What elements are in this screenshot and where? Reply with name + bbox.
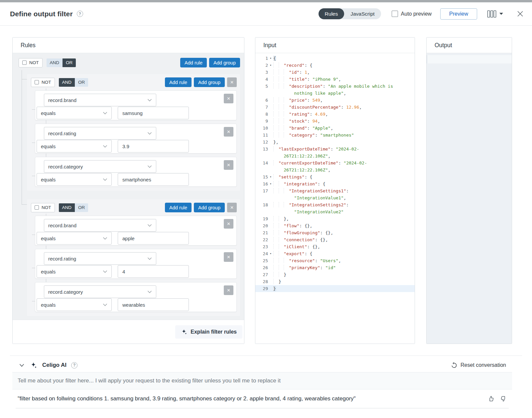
code-line[interactable]: 16▾"integration": { <box>255 180 415 187</box>
rule-operator-select[interactable]: equals <box>37 107 112 119</box>
line-gutter: 11 <box>255 132 273 139</box>
help-icon[interactable]: ? <box>77 11 83 17</box>
or-option[interactable]: OR <box>75 78 88 87</box>
code-line[interactable]: 23"iClient": {}, <box>255 243 415 250</box>
add-rule-button[interactable]: Add rule <box>165 77 192 87</box>
rule-field-select[interactable]: record.rating <box>44 252 156 265</box>
code-line[interactable]: 1▾{ <box>255 55 415 62</box>
rule-field-select[interactable]: record.brand <box>44 94 156 106</box>
toggle-javascript-option[interactable]: JavaScript <box>344 8 381 19</box>
chevron-down-icon <box>103 303 107 306</box>
preview-button[interactable]: Preview <box>440 8 477 20</box>
code-line[interactable]: 17"IntegrationSettings1": "IntegrationVa… <box>255 187 415 201</box>
remove-rule-button[interactable]: × <box>224 219 233 229</box>
reset-conversation-button[interactable]: Reset conversation <box>451 362 506 368</box>
code-line[interactable]: 5"description": "An apple mobile which i… <box>255 83 415 97</box>
rule-field-select[interactable]: record.rating <box>44 127 156 140</box>
add-group-button[interactable]: Add group <box>194 77 225 87</box>
code-line[interactable]: 7"discountPercentage": 12.96, <box>255 104 415 111</box>
remove-rule-button[interactable]: × <box>224 127 233 137</box>
remove-rule-button[interactable]: × <box>224 94 233 103</box>
remove-group-button[interactable]: × <box>227 77 237 87</box>
checkbox-icon <box>35 80 39 84</box>
not-checkbox[interactable]: NOT <box>31 78 55 87</box>
help-icon[interactable]: ? <box>71 362 77 368</box>
layout-columns-menu[interactable] <box>487 10 503 18</box>
rule-value-input[interactable]: apple <box>118 232 189 245</box>
code-line[interactable]: 22"connection": {}, <box>255 236 415 243</box>
group-header: NOTANDORAdd ruleAdd group× <box>31 203 237 212</box>
input-code-editor[interactable]: 1▾{2▾"record": {3"id": 1,4"title": "iPho… <box>255 53 415 344</box>
toggle-rules-option[interactable]: Rules <box>319 8 344 19</box>
dialog-header: Define output filter ? Rules JavaScript … <box>0 2 532 26</box>
rule-value-input[interactable]: smartphones <box>118 173 189 186</box>
and-option[interactable]: AND <box>59 203 75 212</box>
rule-value-input[interactable]: samsung <box>118 107 189 119</box>
code-line[interactable]: 29} <box>255 285 415 292</box>
rule-operator-select[interactable]: equals <box>37 298 112 311</box>
code-line[interactable]: 26"primaryKey": "id" <box>255 264 415 271</box>
add-rule-button[interactable]: Add rule <box>165 203 192 212</box>
fold-arrow-icon[interactable]: ▾ <box>268 180 273 187</box>
ai-prompt-input[interactable] <box>12 372 512 389</box>
code-line[interactable]: 12}, <box>255 139 415 146</box>
fold-arrow-icon[interactable]: ▾ <box>268 250 273 257</box>
code-line[interactable]: 18"IntegrationSettings2": "IntegrationVa… <box>255 201 415 215</box>
fold-arrow-icon[interactable]: ▾ <box>268 62 273 69</box>
code-line[interactable]: 14"currentExportDateTime": "2024-02-26T2… <box>255 159 415 173</box>
code-line[interactable]: 10"brand": "Apple", <box>255 125 415 132</box>
code-line[interactable]: 28} <box>255 278 415 285</box>
add-group-button[interactable]: Add group <box>209 58 240 67</box>
rule-field-select[interactable]: record.brand <box>44 219 156 232</box>
code-line[interactable]: 3"id": 1, <box>255 69 415 76</box>
thumbs-up-icon <box>488 395 495 402</box>
add-group-button[interactable]: Add group <box>194 203 225 212</box>
code-line[interactable]: 27} <box>255 271 415 278</box>
remove-group-button[interactable]: × <box>227 203 237 212</box>
collapse-chevron-icon[interactable] <box>19 364 24 367</box>
thumbs-down-button[interactable] <box>499 395 507 402</box>
ai-prompt-row <box>12 372 512 389</box>
code-line[interactable]: 25"resource": "Users", <box>255 257 415 264</box>
rule-operator-select[interactable]: equals <box>37 265 112 278</box>
remove-rule-button[interactable]: × <box>224 285 233 295</box>
code-line[interactable]: 6"price": 549, <box>255 97 415 104</box>
not-checkbox[interactable]: NOT <box>31 203 55 212</box>
rule-operator-select[interactable]: equals <box>37 173 112 186</box>
explain-filter-rules-button[interactable]: Explain filter rules <box>175 325 242 339</box>
code-line[interactable]: 8"rating": 4.69, <box>255 111 415 118</box>
code-line[interactable]: 9"stock": 94, <box>255 118 415 125</box>
or-option[interactable]: OR <box>75 203 88 212</box>
code-line[interactable]: 15▾"settings": { <box>255 173 415 180</box>
code-line[interactable]: 2▾"record": { <box>255 62 415 69</box>
code-line[interactable]: 24▾"export": { <box>255 250 415 257</box>
or-option[interactable]: OR <box>63 58 76 67</box>
code-line[interactable]: 20"flow": {}, <box>255 222 415 229</box>
rule-value-input[interactable]: wearables <box>118 298 189 311</box>
rule-operator-select[interactable]: equals <box>37 232 112 245</box>
auto-preview-checkbox[interactable]: Auto preview <box>392 11 432 17</box>
remove-rule-button[interactable]: × <box>224 252 233 262</box>
code-line[interactable]: 21"flowGrouping": {}, <box>255 229 415 236</box>
rule-operator-select[interactable]: equals <box>37 140 112 153</box>
rule-field-select[interactable]: record.category <box>44 285 156 298</box>
thumbs-up-button[interactable] <box>488 395 495 402</box>
fold-arrow-icon[interactable]: ▾ <box>268 55 273 62</box>
code-line[interactable]: 11"category": "smartphones" <box>255 132 415 139</box>
ai-sparkle-icon <box>30 362 38 369</box>
close-button[interactable] <box>517 11 523 17</box>
rule-value-input[interactable]: 4 <box>118 265 189 278</box>
code-line[interactable]: 13"lastExportDateTime": "2024-02-26T21:1… <box>255 146 415 159</box>
fold-arrow-icon[interactable]: ▾ <box>268 173 273 180</box>
rule-value-input[interactable]: 3.9 <box>118 140 189 153</box>
line-gutter: 25 <box>255 257 273 264</box>
add-rule-button[interactable]: Add rule <box>180 58 207 67</box>
and-option[interactable]: AND <box>59 78 75 87</box>
code-line[interactable]: 19}, <box>255 215 415 222</box>
output-code-editor[interactable] <box>427 53 512 344</box>
rule-field-select[interactable]: record.category <box>44 160 156 173</box>
and-option[interactable]: AND <box>47 58 63 67</box>
not-checkbox[interactable]: NOT <box>19 58 43 67</box>
remove-rule-button[interactable]: × <box>224 160 233 170</box>
code-line[interactable]: 4"title": "iPhone 9", <box>255 76 415 83</box>
